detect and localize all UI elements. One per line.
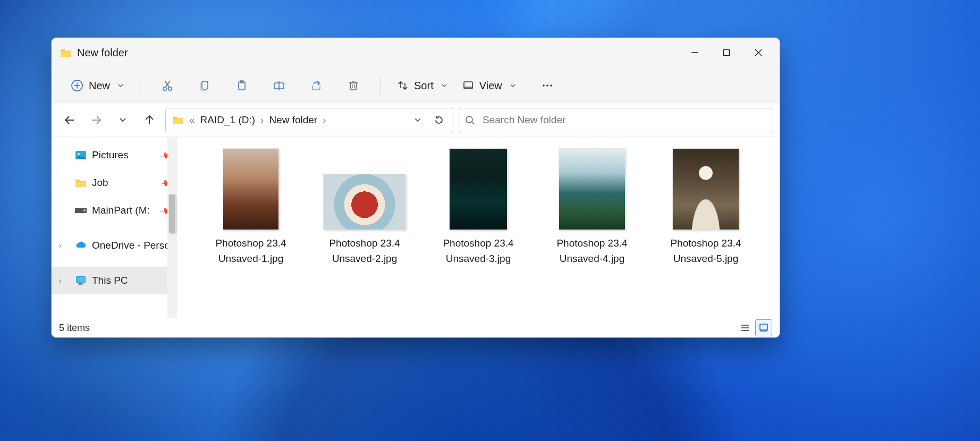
file-name: Photoshop 23.4 Unsaved-5.jpg: [670, 236, 741, 266]
file-name: Photoshop 23.4 Unsaved-2.jpg: [329, 236, 400, 266]
delete-button[interactable]: [339, 74, 368, 97]
svg-rect-37: [78, 284, 83, 285]
address-bar[interactable]: « RAID_1 (D:) › New folder ›: [165, 108, 453, 132]
new-label: New: [89, 80, 110, 92]
chevron-right-icon[interactable]: ›: [59, 276, 62, 285]
onedrive-icon: [75, 240, 87, 251]
window-title: New folder: [77, 47, 128, 59]
paste-icon: [235, 79, 248, 92]
sidebar-item-onedrive[interactable]: › OneDrive - Perso: [52, 232, 177, 259]
copy-button[interactable]: [190, 74, 219, 97]
file-item[interactable]: Photoshop 23.4 Unsaved-2.jpg: [322, 147, 408, 266]
svg-rect-11: [202, 81, 208, 89]
explorer-body: Pictures 📌 Job 📌 MainPart (M: 📌 ›: [52, 137, 780, 318]
file-explorer-window: New folder New: [51, 37, 780, 338]
titlebar[interactable]: New folder: [52, 38, 780, 67]
svg-rect-41: [760, 324, 767, 330]
sort-icon: [397, 80, 409, 91]
file-thumbnail: [673, 149, 739, 230]
status-bar: 5 items: [52, 318, 780, 337]
this-pc-icon: [75, 275, 87, 286]
refresh-button[interactable]: [428, 109, 450, 131]
sidebar-item-label: Job: [92, 177, 108, 189]
scrollbar-thumb[interactable]: [169, 194, 175, 233]
sort-button[interactable]: Sort: [390, 74, 455, 97]
file-thumbnail: [223, 149, 278, 230]
sort-label: Sort: [414, 80, 434, 92]
forward-button[interactable]: [86, 109, 107, 131]
svg-point-30: [466, 116, 472, 123]
view-button[interactable]: View: [455, 74, 523, 97]
file-thumbnail: [559, 149, 625, 230]
recent-locations-button[interactable]: [112, 109, 133, 131]
new-button[interactable]: New: [63, 74, 131, 97]
arrow-right-icon: [90, 114, 102, 126]
trash-icon: [347, 79, 360, 92]
thumbnails-icon: [759, 323, 768, 333]
breadcrumb-segment[interactable]: RAID_1 (D:): [197, 114, 258, 126]
more-icon: [541, 79, 554, 92]
view-icon: [462, 80, 474, 91]
sidebar-item-pictures[interactable]: Pictures 📌: [52, 141, 177, 169]
breadcrumb-segment[interactable]: New folder: [266, 114, 320, 126]
sidebar-item-mainpart[interactable]: MainPart (M: 📌: [52, 197, 177, 224]
sidebar-item-label: Pictures: [92, 149, 129, 161]
search-input[interactable]: [481, 114, 766, 126]
folder-icon: [75, 177, 87, 189]
sidebar-scrollbar[interactable]: [167, 137, 177, 318]
paste-button[interactable]: [227, 74, 256, 97]
list-icon: [740, 323, 750, 333]
search-box[interactable]: [459, 108, 772, 132]
status-text: 5 items: [59, 323, 90, 334]
file-list[interactable]: Photoshop 23.4 Unsaved-1.jpg Photoshop 2…: [177, 137, 780, 318]
plus-circle-icon: [71, 79, 83, 92]
file-name: Photoshop 23.4 Unsaved-1.jpg: [215, 236, 286, 266]
pictures-icon: [75, 149, 87, 161]
rename-button[interactable]: [265, 74, 293, 97]
address-history-button[interactable]: [407, 109, 428, 131]
share-button[interactable]: [302, 74, 331, 97]
cut-icon: [161, 79, 174, 92]
svg-point-26: [550, 84, 552, 87]
file-item[interactable]: Photoshop 23.4 Unsaved-3.jpg: [435, 147, 521, 266]
thumbnails-view-toggle[interactable]: [755, 319, 772, 336]
divider: [140, 76, 140, 95]
chevron-down-icon: [441, 82, 447, 89]
more-button[interactable]: [533, 74, 562, 97]
breadcrumb-overflow[interactable]: «: [187, 114, 197, 126]
file-item[interactable]: Photoshop 23.4 Unsaved-1.jpg: [208, 147, 294, 266]
command-bar: New: [52, 67, 780, 104]
svg-rect-36: [79, 283, 82, 284]
close-button[interactable]: [742, 38, 774, 67]
cut-button[interactable]: [153, 74, 182, 97]
svg-point-8: [168, 87, 172, 90]
sidebar-item-label: OneDrive - Perso: [92, 240, 170, 251]
chevron-down-icon: [117, 82, 124, 89]
file-thumbnail: [450, 149, 507, 230]
view-label: View: [479, 80, 502, 92]
sidebar-item-this-pc[interactable]: › This PC: [52, 267, 177, 294]
folder-icon: [172, 115, 184, 125]
drive-icon: [75, 205, 87, 216]
svg-line-9: [166, 81, 171, 87]
chevron-down-icon: [119, 116, 126, 124]
chevron-right-icon: ›: [258, 114, 266, 126]
copy-icon: [198, 79, 211, 92]
folder-icon: [60, 48, 72, 57]
svg-point-33: [78, 153, 80, 156]
file-item[interactable]: Photoshop 23.4 Unsaved-5.jpg: [663, 147, 749, 266]
file-name: Photoshop 23.4 Unsaved-4.jpg: [556, 236, 627, 266]
maximize-button[interactable]: [711, 38, 742, 67]
back-button[interactable]: [59, 109, 80, 131]
minimize-button[interactable]: [679, 38, 711, 67]
sidebar-item-job[interactable]: Job 📌: [52, 169, 177, 197]
navigation-pane[interactable]: Pictures 📌 Job 📌 MainPart (M: 📌 ›: [52, 137, 177, 318]
svg-rect-35: [77, 277, 85, 282]
svg-line-31: [472, 122, 474, 124]
chevron-right-icon[interactable]: ›: [59, 241, 62, 250]
up-button[interactable]: [139, 109, 160, 131]
svg-rect-22: [464, 82, 472, 89]
file-item[interactable]: Photoshop 23.4 Unsaved-4.jpg: [549, 147, 635, 266]
details-view-toggle[interactable]: [737, 320, 753, 336]
arrow-up-icon: [143, 114, 155, 126]
